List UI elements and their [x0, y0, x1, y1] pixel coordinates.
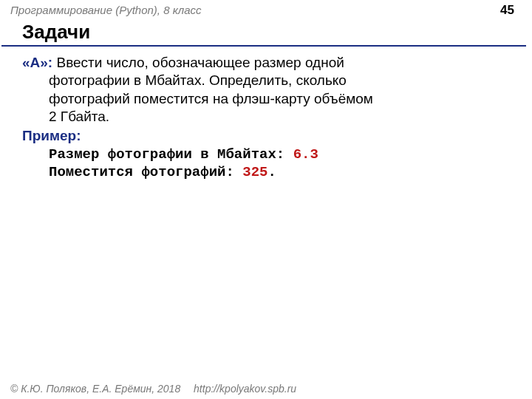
example-value-2: 325: [242, 164, 267, 180]
task-line-2: фотографии в Мбайтах. Определить, скольк…: [22, 72, 510, 89]
footer: © К.Ю. Поляков, Е.А. Ерёмин, 2018 http:/…: [10, 383, 296, 395]
page-title: Задачи: [1, 19, 526, 47]
example-value-1: 6.3: [293, 146, 318, 163]
task-line-1: Ввести число, обозначающее размер одной: [56, 55, 344, 70]
course-label: Программирование (Python), 8 класс: [10, 4, 202, 16]
task-block: «A»: Ввести число, обозначающее размер о…: [22, 54, 510, 126]
example-prompt-1: Размер фотографии в Мбайтах:: [49, 146, 293, 163]
example-prompt-2: Поместится фотографий:: [49, 164, 242, 180]
content: «A»: Ввести число, обозначающее размер о…: [0, 51, 532, 181]
copyright: © К.Ю. Поляков, Е.А. Ерёмин, 2018: [10, 383, 180, 395]
example-tail-2: .: [267, 164, 276, 180]
example-label: Пример:: [22, 127, 510, 145]
example-line-2: Поместится фотографий: 325.: [22, 163, 510, 181]
task-line-4: 2 Гбайта.: [22, 108, 510, 126]
example-line-1: Размер фотографии в Мбайтах: 6.3: [22, 146, 510, 163]
task-label: «A»:: [22, 55, 56, 70]
task-line-3: фотографий поместится на флэш-карту объё…: [22, 90, 510, 108]
page-number: 45: [500, 3, 514, 18]
header-bar: Программирование (Python), 8 класс 45: [0, 0, 532, 18]
footer-url: http://kpolyakov.spb.ru: [194, 383, 296, 395]
